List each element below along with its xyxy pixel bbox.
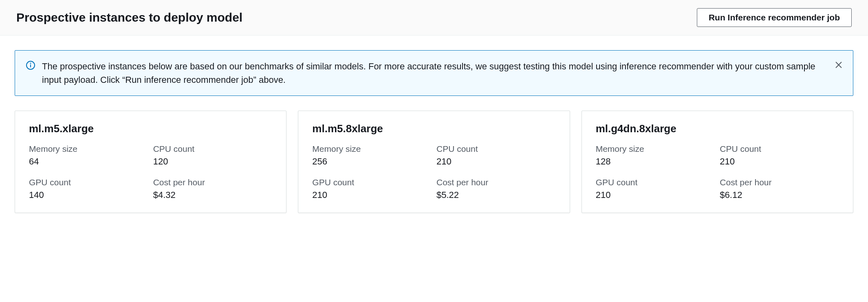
cost-per-hour-label: Cost per hour	[720, 178, 839, 187]
close-icon	[834, 64, 843, 71]
cost-per-hour-label: Cost per hour	[436, 178, 556, 187]
memory-size-value: 128	[596, 156, 715, 167]
spec-cell: GPU count 140	[29, 178, 148, 200]
memory-size-value: 64	[29, 156, 148, 167]
memory-size-label: Memory size	[312, 144, 432, 154]
header-bar: Prospective instances to deploy model Ru…	[0, 0, 868, 36]
spec-cell: Memory size 256	[312, 144, 432, 167]
spec-cell: Memory size 128	[596, 144, 715, 167]
svg-point-2	[31, 63, 31, 64]
info-banner-text: The prospective instances below are base…	[42, 60, 842, 87]
cost-per-hour-value: $6.12	[720, 190, 839, 200]
info-banner: The prospective instances below are base…	[15, 50, 853, 96]
page-title: Prospective instances to deploy model	[16, 11, 242, 24]
content-area: The prospective instances below are base…	[0, 36, 868, 229]
instance-name: ml.m5.8xlarge	[312, 122, 555, 135]
cost-per-hour-label: Cost per hour	[153, 178, 273, 187]
instance-name: ml.m5.xlarge	[29, 122, 272, 135]
spec-cell: GPU count 210	[312, 178, 432, 200]
info-icon	[26, 60, 35, 72]
cpu-count-value: 210	[436, 156, 556, 167]
instance-card: ml.m5.8xlarge Memory size 256 CPU count …	[298, 111, 570, 213]
instance-cards-row: ml.m5.xlarge Memory size 64 CPU count 12…	[15, 111, 853, 213]
cpu-count-value: 120	[153, 156, 273, 167]
cost-per-hour-value: $5.22	[436, 190, 556, 200]
gpu-count-value: 140	[29, 190, 148, 200]
gpu-count-label: GPU count	[29, 178, 148, 187]
spec-cell: Cost per hour $5.22	[436, 178, 556, 200]
cpu-count-label: CPU count	[436, 144, 556, 154]
instance-name: ml.g4dn.8xlarge	[596, 122, 839, 135]
spec-cell: CPU count 210	[436, 144, 556, 167]
run-inference-recommender-job-button[interactable]: Run Inference recommender job	[697, 8, 852, 27]
cpu-count-label: CPU count	[153, 144, 273, 154]
cpu-count-label: CPU count	[720, 144, 839, 154]
spec-cell: GPU count 210	[596, 178, 715, 200]
spec-cell: Memory size 64	[29, 144, 148, 167]
cost-per-hour-value: $4.32	[153, 190, 273, 200]
spec-cell: Cost per hour $6.12	[720, 178, 839, 200]
gpu-count-value: 210	[312, 190, 432, 200]
close-banner-button[interactable]	[833, 60, 844, 71]
gpu-count-label: GPU count	[596, 178, 715, 187]
memory-size-label: Memory size	[29, 144, 148, 154]
gpu-count-label: GPU count	[312, 178, 432, 187]
gpu-count-value: 210	[596, 190, 715, 200]
cpu-count-value: 210	[720, 156, 839, 167]
instance-card: ml.m5.xlarge Memory size 64 CPU count 12…	[15, 111, 286, 213]
instance-card: ml.g4dn.8xlarge Memory size 128 CPU coun…	[582, 111, 853, 213]
spec-cell: Cost per hour $4.32	[153, 178, 273, 200]
spec-cell: CPU count 120	[153, 144, 273, 167]
memory-size-value: 256	[312, 156, 432, 167]
spec-cell: CPU count 210	[720, 144, 839, 167]
memory-size-label: Memory size	[596, 144, 715, 154]
